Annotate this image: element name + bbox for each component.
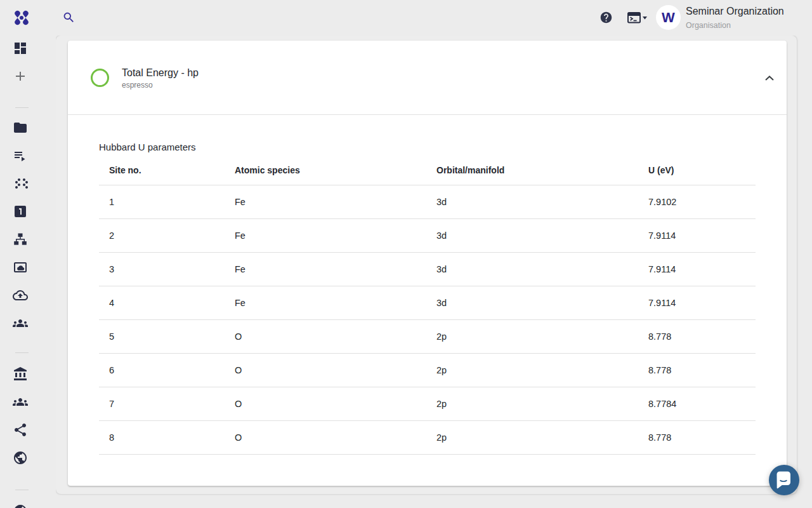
sidebar-item-folder[interactable] xyxy=(13,120,28,135)
table-cell: 7 xyxy=(99,387,225,420)
table-cell: 1 xyxy=(99,185,225,218)
main-panel: Total Energy - hp espresso Hubbard U par… xyxy=(56,36,797,494)
table-row: 8O2p8.778 xyxy=(99,420,756,454)
status-ring-icon xyxy=(91,69,109,87)
add-icon xyxy=(13,69,28,84)
caret-down-icon xyxy=(643,17,647,20)
sidebar-item-tree[interactable] xyxy=(13,232,28,247)
share-icon xyxy=(13,422,28,438)
help-icon[interactable] xyxy=(599,11,613,24)
table-row: 7O2p8.7784 xyxy=(99,387,756,420)
table-cell: 2p xyxy=(426,353,638,387)
dashboard-icon xyxy=(13,41,28,56)
column-header: Atomic species xyxy=(225,156,426,185)
section-label: Hubbard U parameters xyxy=(99,115,756,156)
sidebar-divider xyxy=(15,490,29,490)
card-subtitle: espresso xyxy=(122,80,199,90)
table-cell: 6 xyxy=(99,353,225,387)
table-cell: 2 xyxy=(99,218,225,252)
table-cell: O xyxy=(225,387,426,420)
chat-bubble-icon xyxy=(769,465,799,495)
table-cell: 8 xyxy=(99,420,225,454)
sidebar-item-cloud-upload[interactable] xyxy=(13,288,28,303)
table-cell: 7.9102 xyxy=(638,185,756,218)
table-cell: 2p xyxy=(426,420,638,454)
sidebar-item-share[interactable] xyxy=(13,422,28,438)
sidebar-divider xyxy=(15,352,29,353)
filter-one-icon xyxy=(13,204,28,219)
sidebar-item-dashboard[interactable] xyxy=(13,41,28,56)
search-icon[interactable] xyxy=(62,11,75,24)
scatter-icon xyxy=(13,176,28,191)
chevron-up-icon xyxy=(765,76,774,81)
groups-icon xyxy=(13,316,28,331)
table-cell: 7.9114 xyxy=(638,252,756,286)
table-cell: Fe xyxy=(225,185,426,218)
result-card: Total Energy - hp espresso Hubbard U par… xyxy=(68,41,787,486)
card-title: Total Energy - hp xyxy=(122,66,199,79)
playlist-icon xyxy=(13,148,28,163)
card-header: Total Energy - hp espresso xyxy=(68,41,787,115)
table-cell: Fe xyxy=(225,252,426,286)
sidebar-item-add[interactable] xyxy=(13,69,28,84)
table-cell: 3d xyxy=(426,286,638,319)
card-body: Hubbard U parameters Site no.Atomic spec… xyxy=(68,115,787,455)
table-cell: Fe xyxy=(225,218,426,252)
table-row: 2Fe3d7.9114 xyxy=(99,218,756,252)
org-name: Seminar Organization xyxy=(686,4,784,18)
terminal-window-icon xyxy=(628,13,640,22)
table-cell: O xyxy=(225,319,426,353)
table-cell: 3 xyxy=(99,252,225,286)
app-logo-icon[interactable] xyxy=(12,8,31,27)
table-cell: 3d xyxy=(426,185,638,218)
sidebar-item-community[interactable] xyxy=(13,394,28,410)
table-cell: 8.7784 xyxy=(638,387,756,420)
globe-icon xyxy=(13,450,28,465)
card-titles: Total Energy - hp espresso xyxy=(122,66,199,90)
cloud-upload-icon xyxy=(13,288,28,303)
sidebar-divider xyxy=(15,107,29,108)
sidebar-item-globe-partial[interactable] xyxy=(13,504,28,508)
org-type: Organisation xyxy=(686,20,784,30)
table-cell: 3d xyxy=(426,218,638,252)
sidebar-item-institution[interactable] xyxy=(13,366,28,382)
table-cell: O xyxy=(225,420,426,454)
folder-icon xyxy=(13,120,28,135)
sidebar-item-cloud-screen[interactable] xyxy=(13,260,28,275)
table-row: 1Fe3d7.9102 xyxy=(99,185,756,218)
institution-icon xyxy=(13,366,28,382)
table-cell: 7.9114 xyxy=(638,286,756,319)
column-header: Orbital/manifold xyxy=(426,156,638,185)
topbar: W Seminar Organization Organisation xyxy=(0,0,812,36)
avatar[interactable]: W xyxy=(656,5,681,30)
sidebar-item-groups[interactable] xyxy=(13,316,28,331)
org-menu[interactable]: Seminar Organization Organisation xyxy=(686,4,784,30)
globe-partial-icon xyxy=(13,504,28,508)
table-row: 5O2p8.778 xyxy=(99,319,756,353)
sidebar-item-scatter[interactable] xyxy=(13,176,28,191)
chat-launcher-button[interactable] xyxy=(769,465,799,495)
tree-icon xyxy=(13,232,28,247)
table-row: 4Fe3d7.9114 xyxy=(99,286,756,319)
table-cell: 8.778 xyxy=(638,353,756,387)
table-cell: 8.778 xyxy=(638,319,756,353)
table-cell: 4 xyxy=(99,286,225,319)
table-cell: 3d xyxy=(426,252,638,286)
table-row: 3Fe3d7.9114 xyxy=(99,252,756,286)
column-header: U (eV) xyxy=(638,156,756,185)
table-cell: 5 xyxy=(99,319,225,353)
table-cell: 2p xyxy=(426,319,638,353)
column-header: Site no. xyxy=(99,156,225,185)
hubbard-table: Site no.Atomic speciesOrbital/manifoldU … xyxy=(99,156,756,455)
table-cell: O xyxy=(225,353,426,387)
collapse-button[interactable] xyxy=(761,69,778,87)
terminal-menu-button[interactable] xyxy=(627,12,647,23)
table-header-row: Site no.Atomic speciesOrbital/manifoldU … xyxy=(99,156,756,185)
table-cell: 8.778 xyxy=(638,420,756,454)
sidebar-item-globe[interactable] xyxy=(13,450,28,465)
table-cell: 7.9114 xyxy=(638,218,756,252)
sidebar-item-filter-one[interactable] xyxy=(13,204,28,219)
table-cell: Fe xyxy=(225,286,426,319)
sidebar xyxy=(0,36,56,508)
sidebar-item-playlist[interactable] xyxy=(13,148,28,163)
